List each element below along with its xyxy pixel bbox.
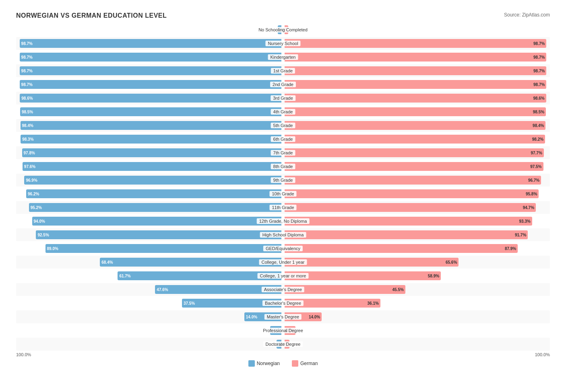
chart-row: 97.6%8th Grade97.5% [16, 160, 550, 173]
chart-container: NORWEGIAN VS GERMAN EDUCATION LEVEL Sour… [8, 8, 558, 371]
bar-left-value: 96.2% [28, 192, 39, 196]
bar-right-value: 98.7% [533, 82, 545, 87]
chart-row: 94.0%12th Grade, No Diploma93.3% [16, 215, 550, 228]
row-label: GED/Equivalency [263, 246, 303, 251]
bar-right-value: 98.7% [533, 55, 545, 60]
row-label: Doctorate Degree [263, 341, 303, 347]
chart-row: 95.2%11th Grade94.7% [16, 201, 550, 214]
norwegian-legend-box [248, 360, 255, 367]
bar-right-value: 36.1% [368, 301, 379, 306]
row-label: 11th Grade [269, 205, 296, 210]
chart-row: 97.8%7th Grade97.7% [16, 146, 550, 159]
chart-row: 4.2%Professional Degree4.1% [16, 324, 550, 337]
chart-row: 98.7%Nursery School98.7% [16, 37, 550, 50]
german-legend-label: German [300, 361, 318, 366]
bar-left-value: 14.0% [246, 315, 257, 319]
bar-right-value: 58.9% [428, 274, 439, 278]
chart-row: 1.8%Doctorate Degree1.8% [16, 338, 550, 351]
bar-left-value: 98.5% [22, 110, 33, 114]
chart-area: 1.3%No Schooling Completed1.4%98.7%Nurse… [16, 23, 550, 351]
chart-row: 61.7%College, 1 year or more58.9% [16, 269, 550, 282]
row-label: Professional Degree [260, 328, 306, 333]
chart-row: 98.3%6th Grade98.2% [16, 133, 550, 146]
row-label: No Schooling Completed [256, 27, 310, 33]
legend-german: German [292, 360, 318, 367]
chart-row: 98.7%2nd Grade98.7% [16, 78, 550, 91]
bar-right-value: 98.7% [533, 69, 545, 73]
chart-row: 96.2%10th Grade95.8% [16, 187, 550, 200]
chart-title: NORWEGIAN VS GERMAN EDUCATION LEVEL [16, 12, 550, 19]
bar-right-value: 93.3% [519, 219, 530, 224]
chart-row: 98.4%5th Grade98.4% [16, 119, 550, 132]
bar-left-value: 92.5% [37, 233, 49, 237]
bar-left-value: 61.7% [119, 274, 130, 278]
row-label: College, 1 year or more [258, 273, 309, 279]
bar-right-value: 97.5% [530, 164, 541, 169]
bar-right-value: 96.7% [528, 178, 539, 183]
bar-left-value: 98.4% [22, 123, 33, 128]
german-legend-box [292, 360, 298, 367]
chart-row: 47.6%Associate's Degree45.5% [16, 283, 550, 296]
chart-row: 98.5%4th Grade98.5% [16, 105, 550, 118]
row-label: 8th Grade [271, 164, 295, 169]
bar-right-value: 95.8% [526, 192, 537, 196]
bar-left-value: 68.4% [101, 260, 113, 265]
legend-norwegian: Norwegian [248, 360, 280, 367]
bar-left-value: 96.9% [26, 178, 37, 183]
row-label: 1st Grade [271, 68, 295, 74]
bottom-left-label: 100.0% [16, 352, 283, 357]
bar-right-value: 91.7% [515, 233, 526, 237]
source-label: Source: ZipAtlas.com [504, 12, 550, 18]
bar-left-value: 98.7% [21, 41, 33, 46]
bar-left-value: 97.6% [24, 164, 35, 169]
row-label: Nursery School [265, 41, 300, 46]
row-label: 4th Grade [271, 109, 295, 115]
chart-row: 98.6%3rd Grade98.6% [16, 92, 550, 105]
row-label: High School Diploma [260, 232, 306, 238]
chart-row: 1.3%No Schooling Completed1.4% [16, 23, 550, 36]
row-label: 12th Grade, No Diploma [257, 218, 310, 224]
bar-left-value: 98.7% [21, 55, 33, 60]
chart-row: 14.0%Master's Degree14.0% [16, 310, 550, 323]
row-label: College, Under 1 year [259, 259, 307, 265]
bar-right-value: 98.2% [532, 137, 543, 142]
bar-left-value: 95.2% [31, 205, 42, 210]
legend: Norwegian German [16, 360, 550, 367]
bar-right-value: 97.7% [531, 151, 542, 155]
bar-left-value: 98.7% [21, 69, 33, 73]
bar-left-value: 98.6% [21, 96, 33, 101]
norwegian-legend-label: Norwegian [257, 361, 280, 366]
bar-right-value: 98.6% [533, 96, 544, 101]
bar-left-value: 98.3% [22, 137, 33, 142]
row-label: 10th Grade [269, 191, 296, 197]
row-label: 9th Grade [271, 177, 295, 183]
bar-left-value: 94.0% [34, 219, 45, 224]
bar-right-value: 98.4% [533, 123, 544, 128]
bottom-labels: 100.0% 100.0% [16, 352, 550, 357]
chart-row: 68.4%College, Under 1 year65.6% [16, 256, 550, 269]
bar-left-value: 47.6% [157, 287, 168, 292]
chart-row: 92.5%High School Diploma91.7% [16, 228, 550, 241]
bar-right-value: 87.9% [505, 246, 516, 251]
bottom-right-label: 100.0% [283, 352, 550, 357]
row-label: 2nd Grade [270, 82, 296, 87]
bar-right-value: 14.0% [309, 315, 320, 319]
row-label: Kindergarten [268, 54, 298, 60]
bar-right-value: 98.5% [533, 110, 544, 114]
bar-right-value: 98.7% [533, 41, 545, 46]
bar-left-value: 89.0% [47, 246, 58, 251]
row-label: 7th Grade [271, 150, 295, 156]
row-label: 5th Grade [271, 123, 295, 128]
row-label: Associate's Degree [262, 287, 304, 292]
chart-row: 37.5%Bachelor's Degree36.1% [16, 297, 550, 310]
bar-right-value: 94.7% [523, 205, 534, 210]
chart-row: 89.0%GED/Equivalency87.9% [16, 242, 550, 255]
chart-row: 96.9%9th Grade96.7% [16, 174, 550, 187]
bar-right-value: 45.5% [392, 287, 403, 292]
row-label: Master's Degree [264, 314, 302, 320]
bar-left-value: 37.5% [184, 301, 195, 306]
bar-left-value: 97.8% [24, 151, 35, 155]
bar-right-value: 65.6% [446, 260, 457, 265]
row-label: 3rd Grade [271, 95, 295, 101]
chart-row: 98.7%1st Grade98.7% [16, 64, 550, 77]
